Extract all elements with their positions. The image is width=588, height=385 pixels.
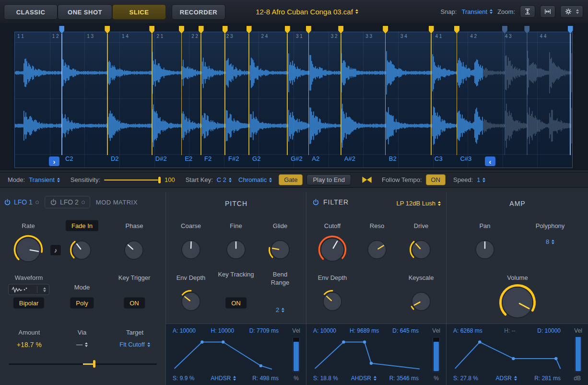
lfo-target-select[interactable]: Flt Cutoff [119,341,150,348]
power-icon[interactable] [50,199,57,206]
env-hold-value[interactable]: H: 9689 ms [350,327,379,334]
lfo-polarity-button[interactable]: Bipolar [13,298,44,309]
tab-classic[interactable]: CLASSIC [4,4,58,20]
polyphony-label: Polyphony [536,222,565,230]
filter-type-select[interactable]: LP 12dB Lush [397,200,441,207]
env-type-select[interactable]: AHDSR [351,375,376,382]
env-release-value[interactable]: R: 498 ms [252,375,279,382]
lfo-waveform-select[interactable] [8,284,49,295]
env-decay-value[interactable]: D: 645 ms [392,327,419,334]
via-label: Via [78,328,87,337]
start-key-select[interactable]: C 2 [217,176,232,183]
env-sustain-value[interactable]: S: 27.8 % [453,375,478,382]
waveform-canvas[interactable] [15,43,572,154]
sensitivity-slider[interactable] [104,176,161,184]
envelope-graph[interactable] [450,337,567,373]
lfo-mode-value[interactable]: Poly [70,298,94,309]
pitch-env-depth-knob[interactable] [177,288,204,315]
fine-knob[interactable] [223,236,249,263]
env-decay-value[interactable]: D: 10000 [537,327,561,334]
env-attack-value[interactable]: A: 10000 [313,327,336,334]
follow-tempo-toggle[interactable]: ON [426,174,446,185]
env-type-select[interactable]: AHDSR [211,375,236,382]
updown-icon [374,376,376,381]
env-sustain-value[interactable]: S: 9.9 % [173,375,194,382]
range-end-handle[interactable]: ‹ [485,156,495,166]
glide-knob[interactable] [267,236,294,263]
lfo-amount-slider[interactable] [9,360,157,368]
waveform-frame[interactable]: 1 11 21 31 42 12 22 32 43 13 23 33 44 14… [14,32,573,168]
power-icon[interactable] [4,199,11,206]
filter-env-depth-knob[interactable] [319,288,346,315]
snap-select[interactable]: Transient [461,8,493,15]
tab-slice[interactable]: SLICE [112,4,166,20]
range-start-handle[interactable]: › [49,156,59,166]
power-icon[interactable] [312,199,319,206]
cutoff-knob[interactable] [317,234,348,265]
fade-mode-button[interactable]: Fade In [66,220,98,231]
reso-knob[interactable] [364,236,390,263]
speed-label: Speed: [453,176,473,183]
grid-line [15,154,572,155]
drive-knob[interactable] [408,236,435,263]
env-release-value[interactable]: R: 281 ms [534,375,561,382]
zoom-label: Zoom: [497,8,515,15]
target-label: Target [126,328,143,337]
sample-name-select[interactable]: 12-8 Afro Cuban Conga 03.caf [206,0,408,23]
tab-one-shot[interactable]: ONE SHOT [58,4,112,20]
key-tracking-toggle[interactable]: ON [225,298,247,309]
gear-icon [565,8,572,15]
action-menu-button[interactable] [560,5,583,18]
env-vel-slider[interactable] [575,337,582,372]
polyphony-select[interactable]: 8 [546,238,554,245]
tempo-sync-note-button[interactable]: ♪ [50,244,61,256]
key-trigger-toggle[interactable]: ON [124,298,145,309]
gate-button[interactable]: Gate [279,174,303,185]
tab-label: LFO 1 [14,198,33,206]
slice-key-label: G2 [252,155,260,162]
slider-handle[interactable] [158,177,161,183]
env-attack-value[interactable]: A: 10000 [173,327,196,334]
lfo-fade-knob[interactable] [68,237,95,264]
beat-ruler: 1 11 21 31 42 12 22 32 43 13 23 33 44 14… [15,34,572,41]
updown-icon [233,376,236,381]
env-vel-slider[interactable] [433,337,440,372]
zoom-horizontal-icon [544,8,551,15]
env-release-value[interactable]: R: 3546 ms [389,375,419,382]
env-hold-value[interactable]: H: -- [504,327,515,334]
speed-select[interactable]: 1 [477,176,485,183]
scale-select[interactable]: Chromatic [238,176,272,183]
crossfade-button[interactable] [360,175,374,184]
env-decay-value[interactable]: D: 7709 ms [249,327,279,334]
bend-range-select[interactable]: 2 [276,306,284,313]
keyscale-knob[interactable] [408,288,435,315]
toolbar: CLASSIC ONE SHOT SLICE RECORDER 12-8 Afr… [0,0,588,24]
lfo-rate-knob[interactable] [12,233,45,266]
crossfade-icon [362,176,372,183]
mode-select[interactable]: Transient [29,176,60,183]
env-attack-value[interactable]: A: 6268 ms [453,327,482,334]
tab-lfo2[interactable]: LFO 2 [45,196,90,208]
coarse-knob[interactable] [177,236,204,263]
play-to-end-button[interactable]: Play to End [306,174,351,185]
tab-lfo1[interactable]: LFO 1 [4,198,39,206]
env-sustain-value[interactable]: S: 18.8 % [313,375,338,382]
ruler-label: 2 2 [189,34,198,39]
tab-mod-matrix[interactable]: MOD MATRIX [96,199,138,206]
pan-knob[interactable] [471,236,498,263]
env-type-select[interactable]: ADSR [496,375,517,382]
lfo-mode-label: Mode [74,283,90,291]
lfo-amount-value[interactable]: +18.7 % [17,341,42,349]
lfo-phase-knob[interactable] [120,237,147,264]
rate-label: Rate [22,222,35,230]
zoom-horizontal-button[interactable] [540,5,555,18]
envelope-graph[interactable] [170,337,285,373]
volume-knob[interactable] [498,283,537,322]
updown-icon [552,240,554,244]
envelope-graph[interactable] [310,337,425,373]
slider-handle[interactable] [93,360,95,368]
env-hold-value[interactable]: H: 10000 [211,327,234,334]
env-vel-slider[interactable] [293,337,300,372]
lfo-via-select[interactable]: — [76,341,88,348]
zoom-vertical-button[interactable] [520,5,535,18]
